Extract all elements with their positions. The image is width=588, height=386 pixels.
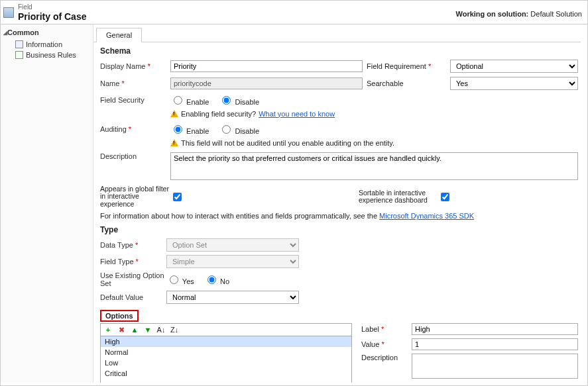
radio-fs-disable[interactable]: Disable bbox=[219, 98, 259, 106]
input-display-name[interactable] bbox=[170, 60, 363, 72]
sidebar-item-label: Information bbox=[26, 40, 62, 48]
label-option-label: Label bbox=[361, 325, 408, 333]
link-sdk[interactable]: Microsoft Dynamics 365 SDK bbox=[379, 212, 474, 220]
select-field-requirement[interactable]: Optional bbox=[450, 60, 578, 73]
label-field-security: Field Security bbox=[100, 96, 166, 104]
options-list[interactable]: High Normal Low Critical bbox=[100, 336, 352, 382]
label-option-value: Value bbox=[361, 340, 408, 348]
checkbox-appears-global-filter[interactable] bbox=[173, 193, 182, 201]
textarea-option-description[interactable] bbox=[412, 354, 578, 379]
tab-bar: General bbox=[93, 27, 581, 42]
solution-indicator: Working on solution: Default Solution bbox=[455, 10, 582, 18]
label-use-existing: Use Existing Option Set bbox=[100, 271, 166, 287]
input-name bbox=[170, 77, 363, 89]
info-icon bbox=[15, 40, 23, 48]
label-name: Name bbox=[100, 79, 166, 87]
warning-icon bbox=[170, 139, 178, 146]
radio-audit-enable[interactable]: Enable bbox=[170, 127, 209, 135]
rules-icon bbox=[15, 51, 23, 59]
tab-general[interactable]: General bbox=[96, 28, 142, 42]
select-field-type: Simple bbox=[166, 255, 299, 268]
label-field-requirement: Field Requirement bbox=[367, 62, 446, 70]
option-item[interactable]: Normal bbox=[101, 347, 351, 358]
radio-existing-no[interactable]: No bbox=[204, 277, 229, 285]
page-title: Priority of Case bbox=[18, 11, 86, 23]
section-schema: Schema bbox=[100, 46, 578, 56]
add-option-icon[interactable]: + bbox=[103, 325, 113, 334]
label-default-value: Default Value bbox=[100, 293, 166, 301]
label-display-name: Display Name bbox=[100, 62, 166, 70]
move-up-icon[interactable]: ▲ bbox=[130, 325, 139, 334]
sidebar-item-business-rules[interactable]: Business Rules bbox=[3, 50, 90, 60]
section-type: Type bbox=[100, 225, 578, 234]
label-auditing: Auditing bbox=[100, 125, 166, 133]
warning-icon bbox=[170, 110, 178, 117]
warning-field-security: Enabling field security? What you need t… bbox=[170, 110, 578, 118]
radio-audit-disable[interactable]: Disable bbox=[219, 127, 259, 135]
section-options: Options bbox=[100, 310, 139, 322]
options-toolbar: + ✖ ▲ ▼ A↓ Z↓ bbox=[100, 323, 352, 336]
select-default-value[interactable]: Normal bbox=[166, 291, 299, 304]
delete-option-icon[interactable]: ✖ bbox=[117, 325, 126, 334]
label-searchable: Searchable bbox=[367, 79, 446, 87]
option-item[interactable]: Low bbox=[101, 358, 351, 368]
checkbox-sortable-dashboard[interactable] bbox=[441, 193, 449, 201]
sidebar-item-label: Business Rules bbox=[26, 51, 76, 59]
move-down-icon[interactable]: ▼ bbox=[143, 325, 152, 334]
label-option-description: Description bbox=[361, 354, 408, 362]
sort-asc-icon[interactable]: A↓ bbox=[156, 325, 166, 334]
label-data-type: Data Type bbox=[100, 241, 166, 249]
link-fs-learn-more[interactable]: What you need to know bbox=[259, 110, 335, 118]
label-description: Description bbox=[100, 152, 166, 160]
sidebar-group-common[interactable]: Common bbox=[3, 28, 90, 36]
field-icon bbox=[3, 7, 14, 18]
sort-desc-icon[interactable]: Z↓ bbox=[170, 325, 179, 334]
label-appears-global-filter: Appears in global filter in interactive … bbox=[100, 185, 170, 209]
breadcrumb: Field bbox=[18, 3, 86, 11]
sidebar: Common Information Business Rules bbox=[1, 24, 93, 383]
select-searchable[interactable]: Yes bbox=[450, 77, 578, 90]
option-item[interactable]: High bbox=[101, 336, 351, 347]
label-field-type: Field Type bbox=[100, 258, 166, 265]
radio-existing-yes[interactable]: Yes bbox=[166, 277, 194, 285]
input-option-label[interactable] bbox=[412, 323, 578, 335]
sdk-info-line: For information about how to interact wi… bbox=[100, 212, 578, 220]
textarea-description[interactable]: Select the priority so that preferred cu… bbox=[170, 152, 578, 180]
select-data-type: Option Set bbox=[166, 238, 299, 252]
radio-fs-enable[interactable]: Enable bbox=[170, 98, 209, 106]
sidebar-item-information[interactable]: Information bbox=[3, 39, 90, 50]
header: Field Priority of Case Working on soluti… bbox=[1, 1, 587, 24]
warning-auditing: This field will not be audited until you… bbox=[170, 139, 578, 147]
option-item[interactable]: Critical bbox=[101, 368, 351, 379]
label-sortable-dashboard: Sortable in interactive experience dashb… bbox=[359, 189, 438, 205]
input-option-value[interactable] bbox=[412, 338, 578, 350]
